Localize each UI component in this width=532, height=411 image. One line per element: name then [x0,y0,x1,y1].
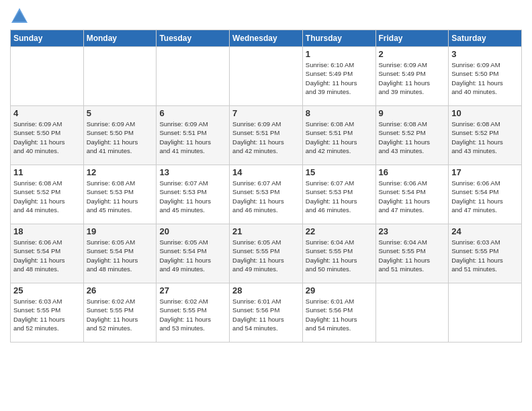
day-info: Sunrise: 6:04 AM Sunset: 5:55 PM Dayligh… [379,238,446,273]
calendar-cell: 24Sunrise: 6:03 AM Sunset: 5:55 PM Dayli… [449,224,522,283]
day-info: Sunrise: 6:08 AM Sunset: 5:51 PM Dayligh… [306,120,373,155]
calendar-cell: 10Sunrise: 6:08 AM Sunset: 5:52 PM Dayli… [449,106,522,165]
day-info: Sunrise: 6:09 AM Sunset: 5:51 PM Dayligh… [159,120,226,155]
calendar-cell [83,47,157,106]
day-number: 25 [13,285,81,295]
calendar-cell: 7Sunrise: 6:09 AM Sunset: 5:51 PM Daylig… [230,106,303,165]
day-info: Sunrise: 6:08 AM Sunset: 5:52 PM Dayligh… [379,120,446,155]
day-number: 17 [451,167,519,177]
calendar-cell: 29Sunrise: 6:01 AM Sunset: 5:56 PM Dayli… [302,283,375,342]
calendar-cell: 9Sunrise: 6:08 AM Sunset: 5:52 PM Daylig… [375,106,449,165]
calendar-cell: 22Sunrise: 6:04 AM Sunset: 5:55 PM Dayli… [302,224,375,283]
day-info: Sunrise: 6:09 AM Sunset: 5:51 PM Dayligh… [232,120,300,155]
day-number: 8 [306,108,373,118]
calendar-body: 1Sunrise: 6:10 AM Sunset: 5:49 PM Daylig… [11,47,522,342]
col-header-saturday: Saturday [449,30,522,47]
day-info: Sunrise: 6:06 AM Sunset: 5:54 PM Dayligh… [13,238,81,273]
calendar-cell: 6Sunrise: 6:09 AM Sunset: 5:51 PM Daylig… [157,106,230,165]
calendar-cell: 2Sunrise: 6:09 AM Sunset: 5:49 PM Daylig… [375,47,449,106]
header-row: SundayMondayTuesdayWednesdayThursdayFrid… [11,30,522,47]
calendar-cell [230,47,303,106]
day-number: 21 [232,226,300,236]
day-info: Sunrise: 6:02 AM Sunset: 5:55 PM Dayligh… [87,297,154,332]
day-number: 3 [451,49,519,59]
week-row-3: 11Sunrise: 6:08 AM Sunset: 5:52 PM Dayli… [11,165,522,224]
day-number: 26 [87,285,154,295]
day-number: 14 [232,167,300,177]
week-row-4: 18Sunrise: 6:06 AM Sunset: 5:54 PM Dayli… [11,224,522,283]
day-number: 7 [232,108,300,118]
calendar-cell: 3Sunrise: 6:09 AM Sunset: 5:50 PM Daylig… [449,47,522,106]
calendar-cell [157,47,230,106]
day-number: 6 [159,108,226,118]
calendar-cell: 23Sunrise: 6:04 AM Sunset: 5:55 PM Dayli… [375,224,449,283]
calendar-cell: 13Sunrise: 6:07 AM Sunset: 5:53 PM Dayli… [157,165,230,224]
day-info: Sunrise: 6:08 AM Sunset: 5:52 PM Dayligh… [13,179,81,214]
logo-icon [10,7,29,26]
col-header-tuesday: Tuesday [157,30,230,47]
day-info: Sunrise: 6:07 AM Sunset: 5:53 PM Dayligh… [232,179,300,214]
calendar-cell: 11Sunrise: 6:08 AM Sunset: 5:52 PM Dayli… [11,165,84,224]
col-header-monday: Monday [83,30,157,47]
day-number: 23 [379,226,446,236]
calendar-cell: 12Sunrise: 6:08 AM Sunset: 5:53 PM Dayli… [83,165,157,224]
col-header-thursday: Thursday [302,30,375,47]
calendar-cell [11,47,84,106]
calendar-cell: 20Sunrise: 6:05 AM Sunset: 5:54 PM Dayli… [157,224,230,283]
day-number: 19 [87,226,154,236]
calendar-cell: 1Sunrise: 6:10 AM Sunset: 5:49 PM Daylig… [302,47,375,106]
day-number: 16 [379,167,446,177]
day-number: 1 [306,49,373,59]
day-number: 15 [306,167,373,177]
day-number: 11 [13,167,81,177]
day-info: Sunrise: 6:09 AM Sunset: 5:50 PM Dayligh… [87,120,154,155]
day-number: 13 [159,167,226,177]
calendar-cell: 14Sunrise: 6:07 AM Sunset: 5:53 PM Dayli… [230,165,303,224]
day-info: Sunrise: 6:01 AM Sunset: 5:56 PM Dayligh… [232,297,300,332]
day-info: Sunrise: 6:09 AM Sunset: 5:50 PM Dayligh… [451,60,519,96]
day-info: Sunrise: 6:03 AM Sunset: 5:55 PM Dayligh… [13,297,81,332]
day-info: Sunrise: 6:01 AM Sunset: 5:56 PM Dayligh… [306,297,373,332]
day-info: Sunrise: 6:09 AM Sunset: 5:50 PM Dayligh… [13,120,81,155]
calendar-header: SundayMondayTuesdayWednesdayThursdayFrid… [11,30,522,47]
day-number: 20 [159,226,226,236]
col-header-friday: Friday [375,30,449,47]
day-info: Sunrise: 6:05 AM Sunset: 5:54 PM Dayligh… [159,238,226,273]
day-info: Sunrise: 6:09 AM Sunset: 5:49 PM Dayligh… [379,60,446,96]
day-number: 18 [13,226,81,236]
calendar-cell: 27Sunrise: 6:02 AM Sunset: 5:55 PM Dayli… [157,283,230,342]
day-info: Sunrise: 6:03 AM Sunset: 5:55 PM Dayligh… [451,238,519,273]
day-info: Sunrise: 6:05 AM Sunset: 5:55 PM Dayligh… [232,238,300,273]
calendar-cell: 8Sunrise: 6:08 AM Sunset: 5:51 PM Daylig… [302,106,375,165]
calendar-table: SundayMondayTuesdayWednesdayThursdayFrid… [10,30,522,342]
svg-marker-1 [13,11,26,21]
col-header-sunday: Sunday [11,30,84,47]
day-info: Sunrise: 6:02 AM Sunset: 5:55 PM Dayligh… [159,297,226,332]
col-header-wednesday: Wednesday [230,30,303,47]
day-info: Sunrise: 6:04 AM Sunset: 5:55 PM Dayligh… [306,238,373,273]
calendar-cell: 18Sunrise: 6:06 AM Sunset: 5:54 PM Dayli… [11,224,84,283]
calendar-cell: 17Sunrise: 6:06 AM Sunset: 5:54 PM Dayli… [449,165,522,224]
day-number: 28 [232,285,300,295]
day-info: Sunrise: 6:08 AM Sunset: 5:53 PM Dayligh… [87,179,154,214]
day-number: 24 [451,226,519,236]
week-row-1: 1Sunrise: 6:10 AM Sunset: 5:49 PM Daylig… [11,47,522,106]
day-number: 10 [451,108,519,118]
calendar-cell: 16Sunrise: 6:06 AM Sunset: 5:54 PM Dayli… [375,165,449,224]
day-number: 12 [87,167,154,177]
day-number: 4 [13,108,81,118]
calendar-cell: 28Sunrise: 6:01 AM Sunset: 5:56 PM Dayli… [230,283,303,342]
calendar-cell: 4Sunrise: 6:09 AM Sunset: 5:50 PM Daylig… [11,106,84,165]
calendar-cell [375,283,449,342]
day-info: Sunrise: 6:05 AM Sunset: 5:54 PM Dayligh… [87,238,154,273]
day-info: Sunrise: 6:06 AM Sunset: 5:54 PM Dayligh… [451,179,519,214]
day-number: 2 [379,49,446,59]
day-number: 22 [306,226,373,236]
logo [10,7,32,26]
calendar-cell: 15Sunrise: 6:07 AM Sunset: 5:53 PM Dayli… [302,165,375,224]
calendar-cell: 19Sunrise: 6:05 AM Sunset: 5:54 PM Dayli… [83,224,157,283]
day-number: 27 [159,285,226,295]
week-row-5: 25Sunrise: 6:03 AM Sunset: 5:55 PM Dayli… [11,283,522,342]
day-number: 29 [306,285,373,295]
day-number: 5 [87,108,154,118]
